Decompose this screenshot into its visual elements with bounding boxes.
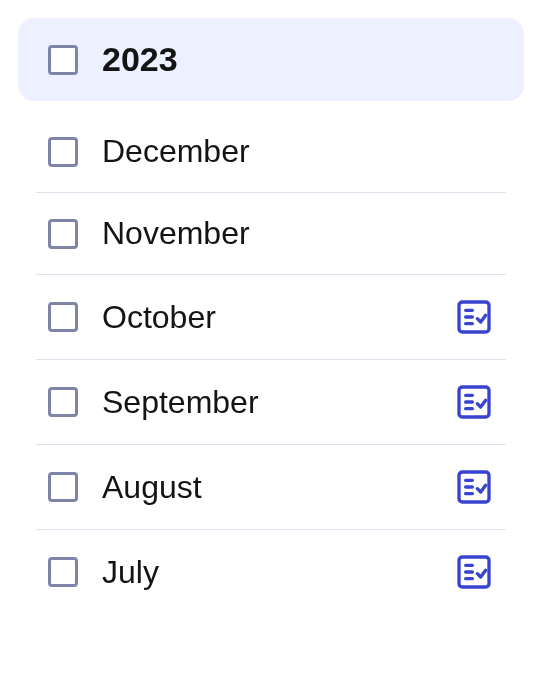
month-row[interactable]: October [36, 275, 506, 360]
month-label: September [102, 384, 454, 421]
month-label: July [102, 554, 454, 591]
month-checkbox[interactable] [48, 557, 78, 587]
month-checkbox[interactable] [48, 472, 78, 502]
month-row[interactable]: August [36, 445, 506, 530]
month-label: August [102, 469, 454, 506]
records-icon[interactable] [454, 297, 494, 337]
records-icon[interactable] [454, 552, 494, 592]
month-label: December [102, 133, 494, 170]
month-checkbox[interactable] [48, 387, 78, 417]
month-row[interactable]: July [36, 530, 506, 614]
records-icon[interactable] [454, 467, 494, 507]
month-checkbox[interactable] [48, 219, 78, 249]
month-label: October [102, 299, 454, 336]
month-row[interactable]: December [36, 111, 506, 193]
year-label: 2023 [102, 40, 178, 79]
month-list: December November October September [18, 111, 524, 614]
month-row[interactable]: November [36, 193, 506, 275]
month-row[interactable]: September [36, 360, 506, 445]
month-checkbox[interactable] [48, 137, 78, 167]
month-checkbox[interactable] [48, 302, 78, 332]
records-icon[interactable] [454, 382, 494, 422]
month-filter-panel: 2023 December November October [0, 0, 542, 614]
month-label: November [102, 215, 494, 252]
year-checkbox[interactable] [48, 45, 78, 75]
year-header[interactable]: 2023 [18, 18, 524, 101]
